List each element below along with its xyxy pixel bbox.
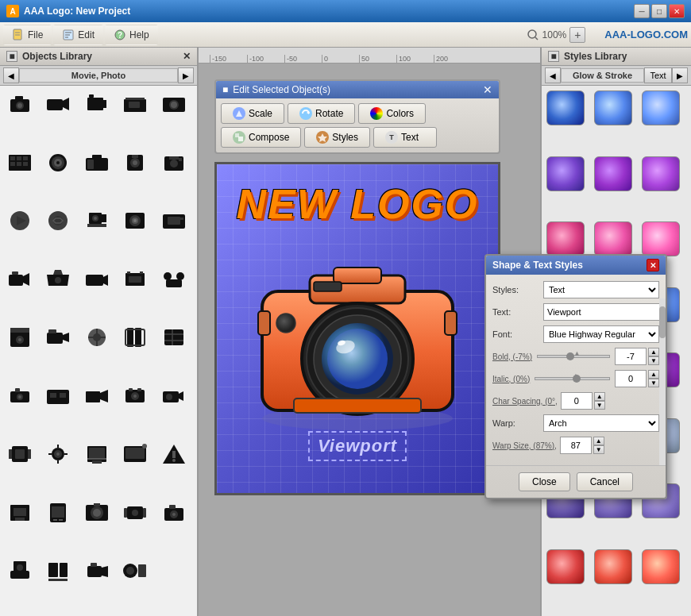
- icon-cell[interactable]: [3, 439, 37, 469]
- style-swatch[interactable]: [642, 156, 680, 191]
- icon-cell[interactable]: [41, 148, 75, 178]
- icon-cell[interactable]: [80, 264, 114, 295]
- style-swatch[interactable]: [642, 549, 680, 584]
- icon-cell[interactable]: [118, 439, 152, 469]
- styles-tab-text[interactable]: Text: [644, 67, 672, 83]
- maximize-button[interactable]: □: [651, 4, 667, 18]
- italic-input[interactable]: [615, 370, 647, 387]
- style-swatch[interactable]: [594, 90, 632, 125]
- style-swatch[interactable]: [546, 549, 585, 584]
- warp-size-input[interactable]: [560, 437, 592, 454]
- nav-prev-button[interactable]: ◀: [3, 67, 19, 83]
- icon-cell[interactable]: [118, 148, 152, 178]
- icon-cell[interactable]: [118, 322, 152, 352]
- menu-help[interactable]: ? Help: [105, 25, 158, 45]
- edit-panel-close-button[interactable]: ✕: [483, 83, 492, 96]
- bold-input[interactable]: [615, 348, 647, 365]
- icon-cell[interactable]: [80, 206, 114, 236]
- icon-cell[interactable]: [157, 148, 191, 178]
- compose-button[interactable]: Compose: [221, 127, 301, 148]
- icon-cell[interactable]: [118, 206, 152, 236]
- style-swatch[interactable]: [546, 221, 585, 256]
- close-button[interactable]: ✕: [669, 4, 685, 18]
- icon-cell[interactable]: [80, 498, 114, 528]
- icon-cell[interactable]: [3, 264, 37, 295]
- char-decrement-button[interactable]: ▼: [594, 401, 605, 410]
- icon-cell[interactable]: [41, 381, 75, 411]
- panel-close-icon[interactable]: ✕: [183, 51, 191, 62]
- rotate-button[interactable]: Rotate: [288, 103, 355, 124]
- viewport-text-container[interactable]: Viewport: [308, 431, 407, 461]
- style-swatch[interactable]: [642, 221, 680, 256]
- font-select[interactable]: Blue Highway Regular: [543, 325, 659, 343]
- icon-cell[interactable]: [157, 498, 191, 528]
- zoom-plus-button[interactable]: +: [569, 27, 585, 43]
- icon-cell[interactable]: [41, 498, 75, 528]
- icon-cell[interactable]: [118, 89, 152, 119]
- icon-cell[interactable]: [157, 322, 191, 352]
- style-swatch[interactable]: [594, 221, 632, 256]
- icon-cell[interactable]: [3, 148, 37, 178]
- icon-cell[interactable]: [3, 498, 37, 528]
- style-swatch[interactable]: [642, 90, 680, 125]
- icon-cell[interactable]: [157, 264, 191, 295]
- colors-button[interactable]: Colors: [358, 103, 426, 124]
- warp-size-increment-button[interactable]: ▲: [593, 437, 604, 445]
- style-swatch[interactable]: [594, 549, 632, 584]
- icon-cell[interactable]: [118, 556, 152, 586]
- warp-select[interactable]: Arch: [543, 414, 659, 432]
- style-swatch[interactable]: [546, 90, 585, 125]
- close-button[interactable]: Close: [519, 472, 570, 491]
- bold-increment-button[interactable]: ▲: [648, 348, 659, 356]
- styles-tab-glow[interactable]: Glow & Stroke: [561, 68, 644, 83]
- menu-edit[interactable]: Edit: [53, 25, 103, 45]
- icon-cell[interactable]: [157, 89, 191, 119]
- icon-cell[interactable]: [80, 439, 114, 469]
- style-swatch[interactable]: [546, 156, 585, 191]
- warp-size-decrement-button[interactable]: ▼: [593, 445, 604, 454]
- styles-select[interactable]: Text: [543, 281, 659, 298]
- dialog-scrollbar-thumb[interactable]: [659, 306, 666, 338]
- bold-slider-label[interactable]: Bold, (-7%): [492, 352, 532, 361]
- icon-cell[interactable]: [41, 556, 75, 586]
- canvas-area[interactable]: NEW LOGO: [214, 162, 500, 495]
- text-input[interactable]: [543, 303, 661, 321]
- char-slider-label[interactable]: Char Spacing, (0°,: [492, 397, 558, 406]
- icon-cell[interactable]: [80, 148, 114, 178]
- icon-cell[interactable]: [157, 439, 191, 469]
- minimize-button[interactable]: ─: [634, 4, 650, 18]
- warp-size-label[interactable]: Warp Size, (87%),: [492, 441, 557, 450]
- text-button[interactable]: T Text: [373, 127, 437, 148]
- italic-slider-label[interactable]: Italic, (0%): [492, 375, 530, 383]
- icon-cell[interactable]: [118, 264, 152, 295]
- styles-button[interactable]: Styles: [304, 127, 370, 148]
- icon-cell[interactable]: [3, 206, 37, 236]
- icon-cell[interactable]: [3, 89, 37, 119]
- icon-cell[interactable]: [80, 322, 114, 352]
- styles-prev-button[interactable]: ◀: [545, 67, 561, 83]
- icon-cell[interactable]: [3, 381, 37, 411]
- icon-cell[interactable]: [41, 206, 75, 236]
- icon-cell[interactable]: [118, 498, 152, 528]
- italic-decrement-button[interactable]: ▼: [648, 379, 659, 387]
- icon-cell[interactable]: [80, 556, 114, 586]
- dialog-close-button[interactable]: ✕: [647, 259, 659, 271]
- nav-next-button[interactable]: ▶: [178, 67, 194, 83]
- char-input[interactable]: [561, 392, 593, 410]
- icon-cell[interactable]: [80, 381, 114, 411]
- bold-decrement-button[interactable]: ▼: [648, 356, 659, 365]
- italic-slider-track[interactable]: ▲: [535, 377, 610, 380]
- icon-cell[interactable]: [41, 322, 75, 352]
- icon-cell[interactable]: [41, 439, 75, 469]
- menu-file[interactable]: File: [3, 25, 52, 45]
- icon-cell[interactable]: [41, 264, 75, 295]
- scale-button[interactable]: Scale: [221, 103, 284, 124]
- styles-next-button[interactable]: ▶: [672, 67, 688, 83]
- bold-slider-track[interactable]: ▲: [537, 355, 610, 358]
- dialog-scrollbar[interactable]: [659, 298, 666, 465]
- char-increment-button[interactable]: ▲: [594, 392, 605, 401]
- icon-cell[interactable]: [80, 89, 114, 119]
- icon-cell[interactable]: [3, 322, 37, 352]
- style-swatch[interactable]: [594, 156, 632, 191]
- icon-cell[interactable]: [157, 381, 191, 411]
